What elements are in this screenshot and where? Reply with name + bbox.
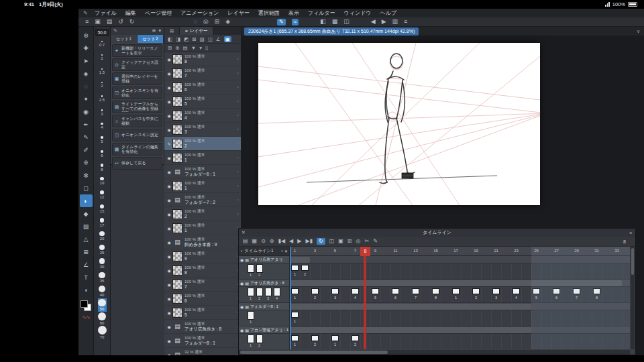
track-visibility-eye-icon[interactable]: ◉: [240, 304, 244, 309]
deselect-icon[interactable]: ◎: [203, 19, 209, 25]
go-end-icon[interactable]: ▶▮: [305, 239, 313, 244]
track-visibility-eye-icon[interactable]: ◉: [240, 281, 244, 286]
layer-row[interactable]: ◉100 % 通常2▫: [164, 207, 241, 221]
layer-row[interactable]: ◉100 % 通常7▫: [164, 278, 241, 292]
keyframe-cel[interactable]: [311, 288, 319, 294]
layer-mask-icon[interactable]: ◫: [208, 36, 213, 42]
snap-ruler-icon[interactable]: ◈: [225, 19, 230, 25]
layer-row[interactable]: ◉▤32 % 通常フカン望遠アタリ : 1▫: [164, 348, 241, 355]
visibility-eye-icon[interactable]: ◉: [166, 240, 172, 245]
layer-row[interactable]: ✎100 % 通常2▫: [164, 137, 241, 151]
redo-icon[interactable]: ↻: [129, 19, 135, 25]
quick-access-button[interactable]: ◫オニオンスキン設定: [112, 129, 162, 141]
tab-animation-cels[interactable]: ▤: [164, 27, 180, 35]
operation-tool[interactable]: ➤: [80, 54, 93, 67]
menu-item[interactable]: フィルター: [308, 9, 335, 17]
brush-size-option[interactable]: 30: [98, 257, 107, 271]
visibility-eye-icon[interactable]: ◉: [166, 226, 172, 231]
new-raster-layer-icon[interactable]: ⊞: [168, 45, 172, 51]
main-color-swatch[interactable]: [80, 300, 88, 308]
brush-size-option[interactable]: 70: [98, 326, 107, 340]
quick-access-button[interactable]: ✦新機能・リリースノートを表示: [112, 44, 162, 57]
document-title-chip[interactable]: 230624歩き1 (655.37 x 368.65mm 余白あり 732.11…: [244, 27, 419, 36]
layer-row[interactable]: ◉▤100 % 通常フォルダー7 : 2▫: [164, 193, 241, 207]
tab-layers[interactable]: ≡レイヤー: [180, 27, 213, 35]
layer-row[interactable]: ◉▤100 % 通常斜め歩き本番 : 9▫: [164, 235, 241, 249]
reference-icon[interactable]: ◫: [343, 19, 350, 25]
visibility-eye-icon[interactable]: ◉: [166, 71, 172, 76]
frame-border-tool[interactable]: ⊞: [80, 245, 93, 258]
editing-pen-icon[interactable]: ✎: [166, 141, 172, 146]
keyframe-cel[interactable]: [412, 288, 419, 294]
blend-mode-icon[interactable]: ◧: [168, 36, 172, 42]
visibility-eye-icon[interactable]: ◉: [166, 99, 172, 104]
color-swatches[interactable]: [80, 300, 91, 311]
prev-page-icon[interactable]: ◀: [371, 19, 376, 25]
canvas-page[interactable]: [258, 43, 540, 205]
palette-color-icon[interactable]: ▣: [224, 36, 231, 42]
visibility-eye-icon[interactable]: ◉: [166, 339, 172, 343]
new-vector-layer-icon[interactable]: ⊕: [175, 45, 179, 51]
layer-row[interactable]: ◉100 % 通常9▫: [164, 249, 241, 263]
brush-size-option[interactable]: 20: [98, 229, 107, 243]
layer-row[interactable]: ◉100 % 通常5▫: [164, 306, 241, 320]
palette-edit-icon[interactable]: ✎: [113, 28, 117, 34]
playhead-line[interactable]: [364, 256, 366, 349]
brush-tool[interactable]: ✐: [80, 143, 93, 156]
pen-toggle-icon[interactable]: ✎: [277, 19, 286, 25]
visibility-eye-icon[interactable]: ◉: [166, 353, 172, 356]
quick-access-tab[interactable]: セット2: [138, 35, 164, 43]
timeline-next-icon[interactable]: ›: [282, 249, 283, 253]
clip-duration-bar[interactable]: [290, 304, 531, 310]
palette-menu-icon[interactable]: ▾: [158, 28, 161, 34]
keyframe-cel[interactable]: [492, 288, 500, 294]
keyframe-cel[interactable]: [472, 288, 480, 294]
eyedropper-tool[interactable]: ◉: [80, 105, 93, 118]
move-tool[interactable]: ✚: [80, 42, 93, 54]
add-set-icon[interactable]: ⊕: [152, 28, 156, 34]
play-icon[interactable]: ▶: [297, 239, 301, 244]
keyframe-cel[interactable]: [372, 288, 379, 294]
keyframe-cel[interactable]: [452, 288, 460, 294]
visibility-eye-icon[interactable]: ◉: [166, 198, 172, 202]
cel-option-icon[interactable]: ▦: [252, 239, 258, 244]
brush-size-option[interactable]: 8: [98, 161, 107, 175]
auto-select-tool[interactable]: ✦: [80, 93, 93, 105]
menu-item[interactable]: ヘルプ: [380, 9, 397, 17]
layer-row[interactable]: ◉100 % 通常8▫: [164, 263, 241, 278]
edit-timeline-icon[interactable]: ✎: [373, 239, 378, 244]
layer-row[interactable]: ◉▤100 % 通常アオリ広角歩き : 8▫: [164, 320, 241, 334]
cel-thumbnail[interactable]: 1: [247, 311, 254, 326]
cel-thumbnail[interactable]: 1: [247, 264, 254, 279]
selection-tool[interactable]: ◌: [80, 80, 93, 93]
track-visibility-eye-icon[interactable]: ◉: [240, 257, 244, 262]
cel-thumbnail[interactable]: 3: [264, 288, 272, 302]
grid-icon[interactable]: ▦: [332, 19, 338, 25]
timeline-track-name[interactable]: ◉▤アオリ広角歩き : 8: [239, 280, 289, 287]
keyframe-cel[interactable]: [352, 335, 359, 341]
menu-item[interactable]: アニメーション: [180, 9, 219, 17]
visibility-eye-icon[interactable]: ◉: [166, 324, 172, 329]
layer-row[interactable]: ◉100 % 通常1▫: [164, 151, 241, 165]
ruler-layer-icon[interactable]: ∠: [216, 36, 221, 42]
layer-row[interactable]: ◉100 % 通常1▫: [164, 221, 241, 235]
lock-layer-icon[interactable]: ⊠: [192, 36, 196, 42]
text-tool[interactable]: T: [80, 271, 93, 284]
layer-row[interactable]: ◉▤100 % 通常フォルダー8 : 1▫: [164, 334, 241, 348]
zoom-tool[interactable]: ⊕: [80, 29, 93, 42]
brush-size-option[interactable]: 1: [98, 51, 107, 65]
brush-size-option[interactable]: 2: [98, 78, 107, 93]
lock-alpha-icon[interactable]: ▨: [200, 36, 205, 42]
smooth-toggle-icon[interactable]: ≈: [292, 19, 299, 25]
cel-thumbnail[interactable]: 1: [247, 288, 254, 302]
overflow-icon[interactable]: ≡: [404, 19, 407, 25]
timeline-dropdown-icon[interactable]: ▾: [285, 249, 287, 254]
quick-access-button[interactable]: ↩保存して戻る: [112, 157, 162, 170]
start-frame-marker[interactable]: [290, 247, 291, 349]
brush-size-option[interactable]: 40: [98, 284, 107, 298]
brush-size-option[interactable]: 60: [98, 312, 107, 326]
balloon-tool[interactable]: ◖: [80, 284, 93, 296]
chevron-down-icon[interactable]: ∨: [637, 29, 640, 34]
new-cel-icon[interactable]: ⊞: [347, 239, 352, 244]
flip-canvas-icon[interactable]: ◧: [320, 19, 326, 25]
